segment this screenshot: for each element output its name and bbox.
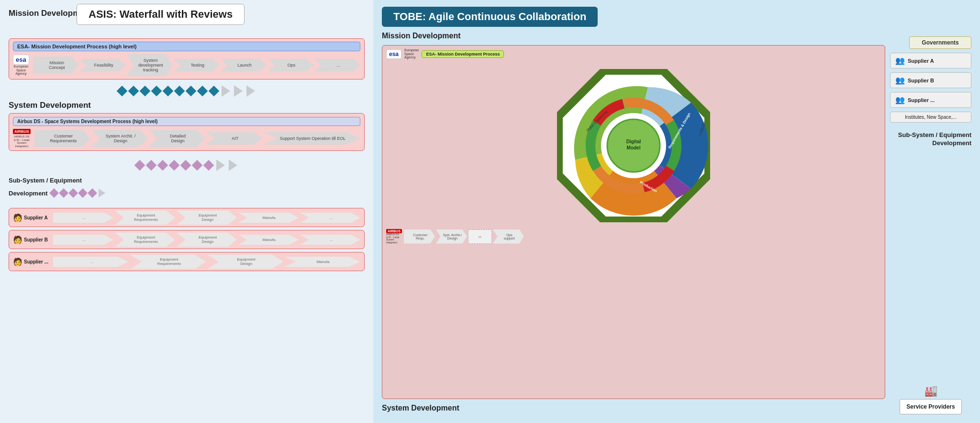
supplier-a-step-3: Manufa. (238, 213, 299, 223)
supplier-etc-right: 👥 Supplier ... (890, 92, 971, 108)
esa-right-header: esa EuropeanSpaceAgency ESA- Mission Dev… (386, 48, 881, 59)
supplier-etc-icon: 🧑 (13, 257, 22, 266)
airbus-chevrons-right: CustomerRequ. Syst. Archit-/Design ss Op… (404, 229, 881, 244)
diamond-5 (163, 86, 174, 97)
pink-diamond-4 (169, 160, 180, 171)
pink-d-5 (88, 188, 97, 198)
mission-dev-area: esa EuropeanSpaceAgency ESA- Mission Dev… (382, 45, 885, 399)
supplier-etc-step-3: Manufa. (285, 257, 360, 267)
step-feasibility: Feasibility (80, 59, 126, 71)
pink-diamond-1 (134, 160, 145, 171)
pink-d-2 (59, 188, 68, 198)
supplier-b-step-1: EquipmentRequirements (115, 232, 175, 247)
step-ait: AIT (206, 132, 262, 145)
diamond-row-pink-1 (9, 156, 365, 175)
digital-model-text2: Model (627, 145, 641, 150)
diamond-9 (209, 86, 220, 97)
supplier-a-row: 🧑 Supplier A ... EquipmentRequirements E… (9, 208, 365, 227)
right-panel: TOBE: Agile Continuous Collaboration Mis… (373, 0, 980, 423)
esa-process-row: ESA- Mission Development Process (high l… (9, 38, 365, 80)
airbus-sub: AIRBUS DS (LSI – Large System Integrator… (14, 135, 30, 148)
diamond-2 (128, 86, 139, 97)
right-content-area: Mission Development esa EuropeanSpaceAge… (382, 32, 971, 414)
service-providers-area: 🏭 Service Providers (890, 385, 971, 414)
supplier-b-right: 👥 Supplier B (890, 72, 971, 88)
arrow-2 (234, 85, 243, 97)
step-customer-req: CustomerRequirements (34, 130, 91, 147)
diamond-row-1 (9, 81, 365, 101)
airbus-step-process: ss (468, 229, 492, 244)
right-left-col: Mission Development esa EuropeanSpaceAge… (382, 32, 885, 414)
supplier-a-step-2: EquipmentDesign (177, 210, 237, 225)
supplier-etc-label: Supplier ... (24, 259, 52, 264)
step-testing: Testing (174, 59, 220, 71)
supplier-a-person-icon: 👥 (895, 56, 905, 65)
mission-system-area: esa EuropeanSpaceAgency ESA- Mission Dev… (382, 45, 885, 399)
airbus-bottom-right: AIRBUS AIRBUS DS(LSI – LargeSystemIntegr… (386, 229, 881, 244)
esa-sub-right: EuropeanSpaceAgency (404, 48, 419, 59)
diamond-8 (197, 86, 208, 97)
supplier-etc-row: 🧑 Supplier ... ... EquipmentRequirements… (9, 252, 365, 271)
arrow-1 (222, 85, 230, 97)
service-providers-label: Service Providers (906, 403, 955, 410)
airbus-row-title: Airbus DS - Space Systems Development Pr… (13, 117, 360, 126)
supplier-a-right: 👥 Supplier A (890, 53, 971, 69)
step-launch: Launch (221, 59, 267, 71)
supplier-b-label: Supplier B (24, 237, 52, 242)
subsystem-label-right: Sub-System / Equipment Development (890, 131, 971, 148)
star-diagram-container: Digital Model Requirements & Design Digi… (386, 64, 881, 227)
supplier-b-step-4: ... (300, 235, 360, 245)
supplier-a-step-0: ... (53, 213, 113, 223)
supplier-b-person-icon: 👥 (895, 76, 905, 85)
supplier-a-step-4: ... (300, 213, 360, 223)
step-ellipsis: ... (314, 59, 360, 71)
airbus-step-cust: CustomerRequ. (404, 229, 435, 244)
supplier-b-right-label: Supplier B (908, 78, 934, 83)
airbus-steps: AIRBUS AIRBUS DS (LSI – Large System Int… (13, 129, 360, 148)
diamond-3 (140, 86, 151, 97)
airbus-logo-right: AIRBUS AIRBUS DS(LSI – LargeSystemIntegr… (386, 229, 402, 244)
esa-logo-right: esa (386, 49, 401, 59)
supplier-etc-step-2: EquipmentDesign (208, 254, 283, 269)
pink-d-4 (78, 188, 88, 198)
supplier-a-step-1: EquipmentRequirements (115, 210, 175, 225)
supplier-section: 🧑 Supplier A ... EquipmentRequirements E… (9, 208, 365, 271)
right-sidebar: Governments 👥 Supplier A 👥 Supplier B 👥 … (890, 32, 971, 414)
pink-arrow-3 (99, 189, 105, 197)
system-dev-label-left: System Development (9, 101, 365, 110)
esa-steps: esa European Space Agency MissionConcept… (13, 54, 360, 76)
subsystem-label-left: Sub-System / Equipment Development (9, 177, 365, 201)
tobe-title: TOBE: Agile Continuous Collaboration (382, 7, 598, 27)
pink-diamond-6 (192, 160, 203, 171)
governments-box: Governments (909, 36, 971, 49)
diamond-7 (186, 86, 197, 97)
supplier-b-step-3: Manufa. (238, 235, 299, 245)
institutes-box: Institutes, New Space,... (890, 112, 971, 123)
pink-arrow-2 (229, 160, 237, 171)
airbus-step-syst: Syst. Archit-/Design (436, 229, 467, 244)
diamond-1 (117, 86, 128, 97)
supplier-etc-step-1: EquipmentRequirements (130, 254, 206, 269)
step-sysarch: System Archit. /Design (91, 130, 148, 147)
star-svg: Digital Model Requirements & Design Digi… (552, 64, 715, 227)
service-providers-box: Service Providers (900, 399, 962, 414)
airbus-step-ops: Opssupport (493, 229, 524, 244)
step-ops: Ops (267, 59, 313, 71)
service-providers-icon: 🏭 (924, 385, 937, 397)
step-system-dev: System developmenttracking (127, 54, 173, 76)
pink-diamond-3 (157, 160, 168, 171)
airbus-logo: AIRBUS (13, 129, 31, 134)
airbus-sub-right: AIRBUS DS(LSI – LargeSystemIntegrator) (386, 233, 402, 244)
esa-process-right: ESA- Mission Development Process (422, 50, 504, 58)
diamond-6 (174, 86, 185, 97)
digital-model-text: Digital (626, 139, 641, 144)
arrow-3 (246, 85, 255, 97)
esa-logo-box: esa European Space Agency (13, 55, 29, 76)
supplier-a-label: Supplier A (24, 215, 52, 220)
airbus-logo-box: AIRBUS AIRBUS DS (LSI – Large System Int… (13, 129, 31, 148)
supplier-etc-right-label: Supplier ... (908, 97, 935, 103)
pink-diamond-2 (146, 160, 157, 171)
institutes-label: Institutes, New Space,... (905, 114, 957, 120)
esa-sub: European Space Agency (14, 65, 28, 76)
left-panel: ASIS: Waterfall with Reviews Mission Dev… (0, 0, 373, 423)
